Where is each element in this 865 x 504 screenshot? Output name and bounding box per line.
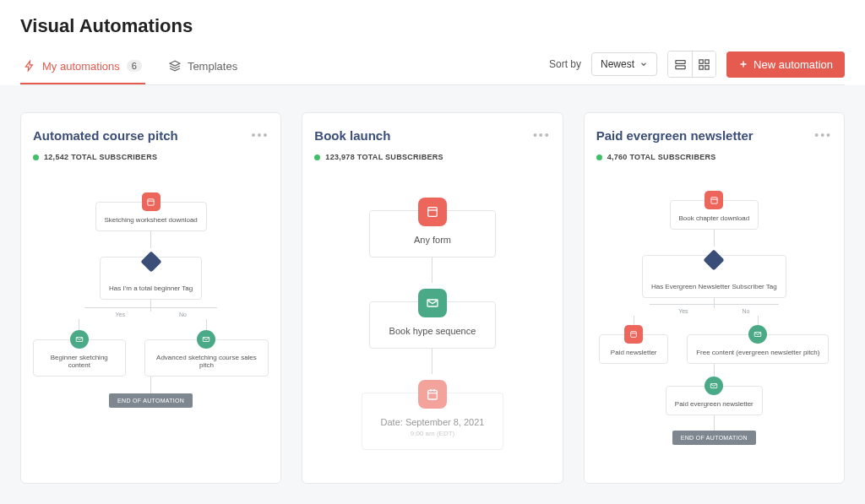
svg-rect-13 <box>631 332 637 338</box>
node-label: Book hype sequence <box>389 326 476 336</box>
view-list-button[interactable] <box>668 51 692 77</box>
calendar-icon <box>418 380 447 409</box>
svg-rect-6 <box>148 198 154 204</box>
flow-branch: Beginner sketching content Advanced sket… <box>33 319 269 377</box>
card-subscribers: 123,978 TOTAL SUBSCRIBERS <box>314 153 550 161</box>
flow-entry-node: Any form <box>369 210 496 257</box>
form-icon <box>142 192 160 211</box>
list-icon <box>674 58 687 71</box>
form-icon <box>705 191 723 209</box>
node-label: Date: September 8, 2021 <box>381 417 485 427</box>
connector <box>432 257 432 283</box>
automation-card[interactable]: Automated course pitch ••• 12,542 TOTAL … <box>20 112 281 484</box>
flow-branch: Paid newsletter Free content (evergreen … <box>599 316 829 364</box>
new-button-label: New automation <box>753 58 833 71</box>
card-title: Paid evergreen newsletter <box>596 128 753 143</box>
card-menu-icon[interactable]: ••• <box>814 128 832 142</box>
subscriber-count: 12,542 TOTAL SUBSCRIBERS <box>44 153 157 161</box>
svg-rect-0 <box>675 60 684 63</box>
mail-icon <box>748 325 767 344</box>
yes-no-labels: Yes No <box>115 312 186 317</box>
automation-grid: Automated course pitch ••• 12,542 TOTAL … <box>0 85 865 504</box>
node-label: Book chapter download <box>679 214 750 222</box>
sort-select[interactable]: Newest <box>591 52 657 76</box>
flow-diagram: Any form Book hype sequence Date: Septem… <box>314 161 550 468</box>
flow-entry-node: Sketching worksheet download <box>95 202 207 231</box>
flow-condition-node: Has I'm a total beginner Tag <box>100 257 202 300</box>
form-icon <box>418 198 447 226</box>
node-label: Paid newsletter <box>611 349 657 356</box>
tab-templates[interactable]: Templates <box>166 51 241 84</box>
card-menu-icon[interactable]: ••• <box>533 128 551 142</box>
flow-condition-node: Has Evergreen Newsletter Subscriber Tag <box>642 255 786 298</box>
mail-icon <box>418 289 447 317</box>
sort-value: Newest <box>601 58 634 70</box>
connector <box>79 319 79 331</box>
mail-icon <box>197 330 215 349</box>
grid-icon <box>698 58 710 71</box>
sort-label: Sort by <box>549 58 581 70</box>
status-dot-icon <box>33 154 39 160</box>
connector <box>714 364 715 377</box>
svg-rect-12 <box>711 197 717 203</box>
mail-icon <box>70 330 89 349</box>
connector <box>150 231 151 248</box>
chevron-down-icon <box>639 60 648 68</box>
connector <box>714 298 715 308</box>
connector <box>432 349 432 374</box>
flow-end-node: END OF AUTOMATION <box>672 431 756 445</box>
card-subscribers: 12,542 TOTAL SUBSCRIBERS <box>33 153 269 161</box>
view-toggle <box>667 51 716 78</box>
status-dot-icon <box>596 154 602 160</box>
flow-end-node: END OF AUTOMATION <box>109 393 193 408</box>
toolbar-right: Sort by Newest <box>549 51 845 84</box>
lightning-icon <box>24 60 35 72</box>
svg-rect-4 <box>699 65 703 68</box>
subscriber-count: 4,760 TOTAL SUBSCRIBERS <box>607 153 716 161</box>
toolbar: My automations 6 Templates Sort by Newes… <box>20 51 845 85</box>
connector <box>150 300 151 312</box>
connector <box>714 415 715 431</box>
svg-rect-5 <box>705 65 709 68</box>
new-automation-button[interactable]: New automation <box>726 51 845 78</box>
page-title: Visual Automations <box>20 15 845 37</box>
connector <box>150 377 151 393</box>
node-label: Any form <box>414 235 451 245</box>
status-dot-icon <box>314 154 320 160</box>
tab-label: Templates <box>188 60 237 73</box>
mail-icon <box>705 377 723 395</box>
flow-diagram: Book chapter download Has Evergreen News… <box>596 161 832 468</box>
view-grid-button[interactable] <box>692 51 715 77</box>
flow-branch-node: Beginner sketching content <box>33 339 126 377</box>
card-title: Book launch <box>314 128 390 143</box>
flow-date-node: Date: September 8, 2021 9:00 am (EDT) <box>362 393 504 450</box>
count-badge: 6 <box>127 60 142 72</box>
flow-entry-node: Book chapter download <box>670 200 759 230</box>
svg-rect-11 <box>428 390 438 399</box>
flow-branch-node: Free content (evergreen newsletter pitch… <box>687 334 829 364</box>
flow-sequence-node: Book hype sequence <box>369 301 496 349</box>
automation-card[interactable]: Book launch ••• 123,978 TOTAL SUBSCRIBER… <box>302 112 563 484</box>
node-label: Has I'm a total beginner Tag <box>109 285 193 292</box>
node-label: Sketching worksheet download <box>105 216 198 224</box>
flow-merge-node: Paid evergreen newsletter <box>666 386 763 415</box>
node-label: Free content (evergreen newsletter pitch… <box>696 349 819 356</box>
flow-branch-node: Paid newsletter <box>599 334 668 364</box>
card-menu-icon[interactable]: ••• <box>252 128 269 142</box>
form-icon <box>624 325 643 344</box>
node-sublabel: 9:00 am (EDT) <box>381 430 485 437</box>
plus-icon <box>738 59 748 69</box>
node-label: Advanced sketching course sales pitch <box>156 354 257 369</box>
connector <box>206 319 207 331</box>
tab-label: My automations <box>42 60 120 73</box>
condition-icon <box>704 249 725 270</box>
tabs: My automations 6 Templates <box>20 51 241 84</box>
automation-card[interactable]: Paid evergreen newsletter ••• 4,760 TOTA… <box>584 112 845 484</box>
subscriber-count: 123,978 TOTAL SUBSCRIBERS <box>325 153 443 161</box>
yes-no-labels: Yes No <box>678 308 749 314</box>
box-icon <box>169 60 181 72</box>
flow-branch-node: Advanced sketching course sales pitch <box>144 339 269 377</box>
svg-rect-9 <box>428 208 438 217</box>
card-subscribers: 4,760 TOTAL SUBSCRIBERS <box>596 153 832 161</box>
tab-my-automations[interactable]: My automations 6 <box>20 51 145 84</box>
